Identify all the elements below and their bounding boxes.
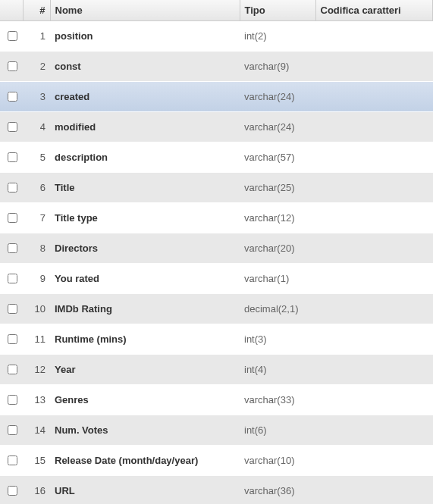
table-row[interactable]: 10IMDb Ratingdecimal(2,1) [0, 294, 433, 324]
row-checkbox[interactable] [8, 395, 17, 405]
row-checkbox-cell [0, 324, 23, 355]
column-name-link[interactable]: Directors [55, 243, 98, 254]
row-encoding [315, 324, 433, 355]
row-type: varchar(24) [240, 82, 315, 112]
structure-table: # Nome Tipo Codifica caratteri 1position… [0, 0, 433, 504]
header-encoding[interactable]: Codifica caratteri [315, 0, 433, 21]
row-checkbox-cell [0, 173, 23, 203]
row-encoding [315, 112, 433, 142]
row-checkbox[interactable] [8, 243, 17, 253]
row-checkbox[interactable] [8, 304, 17, 314]
row-type: int(6) [240, 415, 315, 446]
column-name-link[interactable]: const [55, 61, 81, 72]
column-name-link[interactable]: Release Date (month/day/year) [55, 455, 198, 466]
table-row[interactable]: 16URLvarchar(36) [0, 476, 433, 505]
row-checkbox-cell [0, 233, 23, 264]
row-checkbox[interactable] [8, 122, 17, 132]
row-checkbox[interactable] [8, 213, 17, 223]
column-name-link[interactable]: Title type [55, 212, 98, 224]
column-name-link[interactable]: modified [55, 121, 96, 133]
row-checkbox[interactable] [8, 365, 17, 374]
row-number: 6 [23, 173, 50, 203]
column-name-link[interactable]: Num. Votes [55, 424, 108, 436]
row-checkbox-cell [0, 82, 23, 112]
table-row[interactable]: 4modifiedvarchar(24) [0, 112, 433, 142]
row-checkbox[interactable] [8, 425, 17, 435]
row-encoding [315, 294, 433, 324]
column-name-link[interactable]: description [55, 152, 108, 163]
row-checkbox-cell [0, 21, 23, 52]
row-encoding [315, 173, 433, 203]
row-type: varchar(20) [240, 233, 315, 264]
row-encoding [315, 446, 433, 476]
table-row[interactable]: 14Num. Votesint(6) [0, 415, 433, 446]
row-checkbox[interactable] [8, 455, 17, 465]
row-checkbox[interactable] [8, 183, 17, 193]
table-row[interactable]: 6Titlevarchar(25) [0, 173, 433, 203]
column-name-link[interactable]: Year [55, 364, 75, 375]
table-row[interactable]: 5descriptionvarchar(57) [0, 142, 433, 173]
table-row[interactable]: 1positionint(2) [0, 21, 433, 52]
header-type[interactable]: Tipo [240, 0, 315, 21]
row-name: Runtime (mins) [50, 324, 240, 355]
row-name: IMDb Rating [50, 294, 240, 324]
row-checkbox-cell [0, 142, 23, 173]
table-row[interactable]: 2constvarchar(9) [0, 52, 433, 82]
column-name-link[interactable]: created [55, 91, 89, 102]
table-row[interactable]: 12Yearint(4) [0, 355, 433, 385]
row-number: 11 [23, 324, 50, 355]
row-number: 2 [23, 52, 50, 82]
row-checkbox-cell [0, 415, 23, 446]
row-type: varchar(57) [240, 142, 315, 173]
row-type: varchar(24) [240, 112, 315, 142]
row-type: varchar(1) [240, 264, 315, 294]
table-row[interactable]: 8Directorsvarchar(20) [0, 233, 433, 264]
row-checkbox[interactable] [8, 31, 17, 41]
column-name-link[interactable]: Title [55, 182, 75, 193]
row-checkbox-cell [0, 112, 23, 142]
row-name: Title [50, 173, 240, 203]
column-name-link[interactable]: IMDb Rating [55, 303, 112, 315]
row-name: position [50, 21, 240, 52]
table-row[interactable]: 15Release Date (month/day/year)varchar(1… [0, 446, 433, 476]
table-row[interactable]: 11Runtime (mins)int(3) [0, 324, 433, 355]
row-encoding [315, 82, 433, 112]
row-type: varchar(36) [240, 476, 315, 505]
row-checkbox[interactable] [8, 486, 17, 496]
row-encoding [315, 52, 433, 82]
row-number: 3 [23, 82, 50, 112]
row-number: 13 [23, 385, 50, 415]
column-name-link[interactable]: Genres [55, 394, 89, 405]
table-row[interactable]: 3createdvarchar(24) [0, 82, 433, 112]
row-type: int(3) [240, 324, 315, 355]
header-checkbox [0, 0, 23, 21]
row-number: 9 [23, 264, 50, 294]
table-row[interactable]: 7Title typevarchar(12) [0, 203, 433, 233]
row-checkbox[interactable] [8, 274, 17, 283]
row-checkbox[interactable] [8, 61, 17, 71]
column-name-link[interactable]: You rated [55, 273, 99, 284]
row-checkbox-cell [0, 446, 23, 476]
row-name: created [50, 82, 240, 112]
table-row[interactable]: 13Genresvarchar(33) [0, 385, 433, 415]
row-name: const [50, 52, 240, 82]
row-checkbox[interactable] [8, 334, 17, 344]
row-name: description [50, 142, 240, 173]
row-number: 10 [23, 294, 50, 324]
row-checkbox-cell [0, 294, 23, 324]
row-checkbox[interactable] [8, 152, 17, 162]
header-name[interactable]: Nome [50, 0, 240, 21]
row-name: Num. Votes [50, 415, 240, 446]
row-checkbox-cell [0, 203, 23, 233]
table-row[interactable]: 9You ratedvarchar(1) [0, 264, 433, 294]
column-name-link[interactable]: URL [55, 485, 75, 496]
column-name-link[interactable]: Runtime (mins) [55, 333, 127, 345]
column-name-link[interactable]: position [55, 30, 93, 42]
row-encoding [315, 385, 433, 415]
row-encoding [315, 142, 433, 173]
row-encoding [315, 21, 433, 52]
row-checkbox[interactable] [8, 92, 17, 102]
row-name: Directors [50, 233, 240, 264]
row-type: int(2) [240, 21, 315, 52]
header-num[interactable]: # [23, 0, 50, 21]
